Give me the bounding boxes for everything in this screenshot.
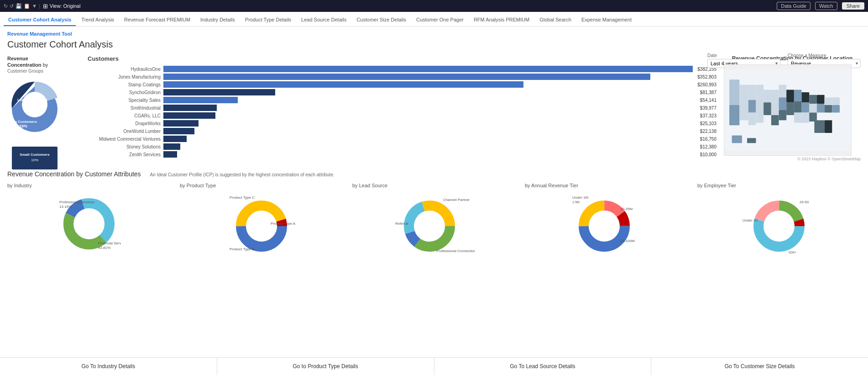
go-to-lead-source-btn[interactable]: Go To Lead Source Details <box>434 358 652 375</box>
svg-point-84 <box>768 215 790 237</box>
svg-rect-35 <box>809 95 817 104</box>
svg-point-67 <box>418 215 440 237</box>
svg-rect-32 <box>802 92 810 102</box>
tab-industry-details[interactable]: Industry Details <box>196 14 240 26</box>
svg-text:Large Customers: Large Customers <box>17 98 47 102</box>
svg-rect-11 <box>739 85 748 105</box>
svg-text:100+: 100+ <box>788 250 796 254</box>
toolbar-actions: Data Guide Watch Share <box>777 2 864 10</box>
svg-rect-28 <box>786 102 794 115</box>
tab-customer-cohort[interactable]: Customer Cohort Analysis <box>4 14 76 26</box>
svg-rect-14 <box>748 100 756 113</box>
svg-rect-25 <box>779 97 787 110</box>
bar-row-jones: Jones Manufacturing $352,803 <box>88 74 716 80</box>
svg-rect-37 <box>809 113 817 121</box>
bar-row-drape: DrapeWorks $25,103 <box>88 120 716 127</box>
svg-rect-33 <box>802 102 810 112</box>
customers-bar-chart: Customers HydraulicsOne $382,155 Jones M… <box>88 55 716 161</box>
tab-global-search[interactable]: Global Search <box>535 14 576 26</box>
tab-trend-analysis[interactable]: Trend Analysis <box>77 14 119 26</box>
attr-chart-employee-tier: by Employee Tier Under 20 20-50 100+ <box>697 183 861 256</box>
save-icon[interactable]: 💾 <box>16 3 22 9</box>
svg-point-75 <box>593 215 615 237</box>
svg-text:Financial Services: Financial Services <box>98 241 121 245</box>
svg-rect-34 <box>802 113 810 123</box>
revenue-concentration-chart: RevenueConcentration by Customer Groups … <box>7 55 80 161</box>
map-copyright: © 2023 Mapbox © OpenStreetMap <box>724 157 861 161</box>
redo-icon[interactable]: ↺ <box>10 3 14 9</box>
svg-rect-13 <box>748 85 756 100</box>
svg-text:Channel Partner: Channel Partner <box>443 198 470 202</box>
svg-rect-38 <box>817 95 825 104</box>
svg-text:Professional Connection: Professional Connection <box>436 249 475 253</box>
go-to-industry-btn[interactable]: Go To Industry Details <box>0 358 217 375</box>
svg-rect-43 <box>832 105 840 113</box>
page-title: Customer Cohort Analysis <box>7 39 861 50</box>
svg-rect-36 <box>809 104 817 112</box>
svg-rect-9 <box>729 79 739 105</box>
svg-rect-46 <box>732 136 742 143</box>
main-donut-chart: Large Customers 74% Medium Customers 16%… <box>7 77 62 141</box>
svg-rect-30 <box>794 101 802 113</box>
tab-expense-management[interactable]: Expense Management <box>577 14 636 26</box>
watch-button[interactable]: Watch <box>815 2 837 10</box>
go-to-customer-size-btn[interactable]: Go To Customer Size Details <box>651 358 868 375</box>
undo-icon[interactable]: ↻ <box>4 3 8 9</box>
tab-product-type[interactable]: Product Type Details <box>241 14 296 26</box>
measure-filter-label: Choose a Measure <box>788 53 861 58</box>
svg-text:26-100M: 26-100M <box>620 239 635 243</box>
tab-revenue-forecast[interactable]: Revenue Forecast PREMIUM <box>120 14 195 26</box>
svg-text:1-5M: 1-5M <box>572 201 580 204</box>
main-donut-svg: Large Customers 74% Medium Customers 16% <box>7 77 62 146</box>
svg-text:10%: 10% <box>31 158 38 162</box>
svg-rect-20 <box>763 102 771 115</box>
product-donut-svg: Product Type C Product Type A Product Ty… <box>225 192 298 256</box>
svg-rect-40 <box>825 97 832 105</box>
employee-tier-donut-svg: Under 20 20-50 100+ <box>740 192 818 256</box>
revenue-tier-donut-wrapper: Under 1M 1-5M 10-25M 26-100M <box>570 192 643 256</box>
revenue-tier-donut-svg: Under 1M 1-5M 10-25M 26-100M <box>570 192 643 256</box>
attr-chart-industry: by Industry Professional Services 13.16%… <box>7 183 171 256</box>
svg-rect-39 <box>817 104 825 112</box>
svg-text:Professional Services: Professional Services <box>59 200 94 204</box>
tab-customer-one-pager[interactable]: Customer One Pager <box>412 14 468 26</box>
attributes-charts: by Industry Professional Services 13.16%… <box>7 183 861 256</box>
page-subtitle: Revenue Management Tool <box>7 31 861 37</box>
share-button[interactable]: Share <box>842 2 864 10</box>
svg-rect-16 <box>756 85 764 97</box>
svg-text:Under 20: Under 20 <box>743 218 758 222</box>
svg-text:Referral: Referral <box>395 222 408 226</box>
attributes-subtitle: An Ideal Customer Profile (ICP) is sugge… <box>150 172 335 177</box>
more-icon[interactable]: ▼ <box>32 3 37 9</box>
svg-rect-24 <box>779 85 787 97</box>
main-donut-bottom-svg: Small Customers 10% <box>7 147 62 174</box>
tab-customer-size[interactable]: Customer Size Details <box>352 14 411 26</box>
revenue-conc-subtitle: Customer Groups <box>7 69 80 74</box>
bar-row-stoney: Stoney Solutions $12,380 <box>88 143 716 150</box>
svg-rect-23 <box>771 115 779 125</box>
svg-rect-44 <box>814 120 824 133</box>
svg-text:Product Type A: Product Type A <box>271 222 296 226</box>
svg-rect-15 <box>748 113 756 126</box>
lead-donut-svg: Referral Channel Partner Professional Co… <box>393 192 475 256</box>
svg-rect-17 <box>756 97 764 110</box>
svg-rect-22 <box>771 102 779 115</box>
bar-row-zenith: Zenith Services $10,000 <box>88 151 716 158</box>
industry-donut-wrapper: Professional Services 13.16% Financial S… <box>57 192 121 251</box>
data-guide-button[interactable]: Data Guide <box>777 2 810 10</box>
copy-icon[interactable]: 📋 <box>24 3 30 9</box>
svg-text:Product Type B: Product Type B <box>230 247 255 251</box>
tab-lead-source[interactable]: Lead Source Details <box>297 14 351 26</box>
svg-rect-12 <box>739 105 748 120</box>
bar-row-oneworld: OneWorld Lumber $22,138 <box>88 128 716 134</box>
svg-rect-47 <box>747 138 756 143</box>
svg-rect-27 <box>786 90 794 103</box>
svg-text:74%: 74% <box>28 102 37 106</box>
toolbar-nav-icons[interactable]: ↻ ↺ 💾 📋 ▼ | <box>4 3 40 9</box>
go-to-product-type-btn[interactable]: Go to Product Type Details <box>217 358 434 375</box>
employee-tier-donut-wrapper: Under 20 20-50 100+ <box>740 192 818 256</box>
tab-rfm-analysis[interactable]: RFM Analysis PREMIUM <box>469 14 534 26</box>
bottom-spacer <box>7 263 861 286</box>
svg-text:Small Customers: Small Customers <box>20 153 50 157</box>
bar-row-stamp: Stamp Coatings $260,993 <box>88 81 716 88</box>
